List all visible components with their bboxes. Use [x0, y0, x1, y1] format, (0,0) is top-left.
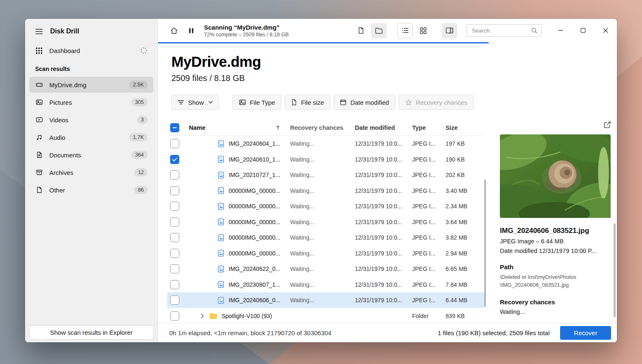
minimize-button[interactable]: [549, 22, 572, 39]
select-all-checkbox[interactable]: [170, 123, 179, 132]
sidebar-item-pictures[interactable]: Pictures 305: [29, 94, 153, 110]
row-checkbox[interactable]: [170, 155, 179, 164]
preview-recovery-value: Waiting...: [500, 308, 611, 315]
count-badge: 2.5K: [129, 81, 148, 89]
file-row[interactable]: Spotlight-V100 (93) Folder 839 KB: [167, 308, 485, 323]
row-checkbox[interactable]: [170, 296, 179, 305]
sort-up-icon: [276, 125, 280, 130]
search-input[interactable]: [471, 27, 531, 34]
preview-scrollbar[interactable]: [614, 223, 616, 317]
sidebar-item-dashboard[interactable]: Dashboard: [29, 43, 153, 58]
file-name: IMG_20240610_1...: [229, 156, 280, 163]
row-checkbox[interactable]: [170, 280, 179, 289]
row-checkbox[interactable]: [170, 202, 179, 211]
file-recovery-chances: Waiting...: [288, 156, 352, 163]
file-list-scrollbar[interactable]: [484, 179, 486, 307]
scan-title: Scanning “MyDrive.dmg”: [204, 24, 289, 31]
file-table-body: IMG_20240604_1... Waiting... 12/31/1979 …: [167, 136, 485, 323]
row-checkbox[interactable]: [170, 170, 179, 179]
file-row[interactable]: 00000IMG_00000... Waiting... 12/31/1979 …: [167, 183, 485, 199]
jpeg-file-icon: [217, 156, 224, 163]
jpeg-file-icon: [217, 234, 224, 241]
show-in-explorer-button[interactable]: Show scan results in Explorer: [29, 326, 153, 339]
column-header-type[interactable]: Type: [410, 124, 443, 131]
scan-subtitle: 72% complete – 2509 files / 8.18 GB: [204, 32, 289, 38]
file-date-modified: 12/31/1979 10:0...: [352, 203, 410, 210]
sidebar-item-archives[interactable]: Archives 12: [29, 164, 153, 180]
column-header-name[interactable]: Name: [184, 124, 288, 131]
file-row[interactable]: IMG_20240606_0... Waiting... 12/31/1979 …: [167, 292, 485, 308]
scan-status-text: 0h 1m elapsed, <1m remain, block 2179072…: [169, 329, 331, 336]
list-view-button[interactable]: [397, 23, 413, 38]
filter-date-modified-button[interactable]: Date modified: [334, 95, 395, 110]
sidebar-item-other[interactable]: Other 86: [29, 182, 153, 198]
file-size: 3.82 MB: [443, 234, 485, 241]
row-checkbox[interactable]: [170, 249, 179, 258]
recover-button[interactable]: Recover: [560, 326, 611, 340]
folder-icon: [209, 313, 217, 319]
file-table: Name Recovery chances Date modified Type…: [167, 120, 485, 323]
disk-drill-window: Disk Drill Dashboard Scan results MyDriv…: [25, 19, 617, 342]
row-checkbox[interactable]: [170, 217, 179, 227]
row-checkbox[interactable]: [170, 233, 179, 242]
row-checkbox[interactable]: [170, 139, 179, 148]
file-row[interactable]: IMG_20210727_1... Waiting... 12/31/1979 …: [167, 167, 485, 183]
file-type: JPEG I...: [410, 156, 443, 163]
row-checkbox[interactable]: [170, 264, 179, 273]
sidebar: Disk Drill Dashboard Scan results MyDriv…: [25, 19, 158, 342]
file-row[interactable]: IMG_20240604_1... Waiting... 12/31/1979 …: [167, 136, 485, 152]
other-icon: [35, 186, 43, 194]
file-row[interactable]: IMG_20240622_0... Waiting... 12/31/1979 …: [167, 261, 485, 277]
document-view-button[interactable]: [353, 23, 369, 38]
row-checkbox[interactable]: [170, 186, 179, 195]
maximize-button[interactable]: [572, 22, 594, 39]
jpeg-file-icon: [217, 218, 224, 225]
jpeg-file-icon: [217, 297, 224, 304]
preview-recovery-label: Recovery chances: [500, 298, 611, 306]
filter-file-size-button[interactable]: File size: [285, 95, 330, 110]
page-icon: [291, 99, 297, 106]
file-row[interactable]: 00000IMG_00000... Waiting... 12/31/1979 …: [167, 198, 485, 214]
file-type: JPEG I...: [410, 172, 443, 178]
file-size: 7.84 MB: [443, 281, 485, 288]
search-box[interactable]: [466, 24, 542, 37]
file-recovery-chances: Waiting...: [288, 172, 352, 178]
column-header-recovery[interactable]: Recovery chances: [288, 124, 352, 131]
file-date-modified: 12/31/1979 10:0...: [352, 172, 410, 178]
preview-panel-toggle-button[interactable]: [442, 23, 457, 38]
home-button[interactable]: [166, 23, 182, 38]
file-row[interactable]: 00000IMG_00000... Waiting... 12/31/1979 …: [167, 245, 485, 261]
sidebar-item-videos[interactable]: Videos 3: [29, 112, 153, 128]
file-row[interactable]: IMG_20240610_1... Waiting... 12/31/1979 …: [167, 152, 485, 167]
file-size: 3.64 MB: [443, 219, 485, 225]
column-header-size[interactable]: Size: [443, 124, 485, 131]
grid-view-button[interactable]: [415, 23, 431, 38]
file-row[interactable]: 00000IMG_00000... Waiting... 12/31/1979 …: [167, 230, 485, 245]
file-type: JPEG I...: [410, 281, 443, 288]
open-external-button[interactable]: [604, 121, 611, 130]
chevron-right-icon[interactable]: [201, 313, 204, 318]
filter-recovery-chances-button[interactable]: Recovery chances: [399, 95, 474, 110]
pause-scan-button[interactable]: [183, 23, 199, 38]
sidebar-item-audio[interactable]: Audio 1.7K: [29, 129, 153, 145]
page-title: MyDrive.dmg: [171, 53, 491, 70]
file-size: 6.44 MB: [443, 297, 485, 303]
file-type: JPEG I...: [410, 250, 443, 257]
jpeg-file-icon: [217, 250, 224, 257]
file-date-modified: 12/31/1979 10:0...: [352, 140, 410, 147]
close-button[interactable]: [594, 22, 617, 39]
sidebar-item-mydrive[interactable]: MyDrive.dmg 2.5K: [29, 77, 153, 93]
filter-file-type-button[interactable]: File Type: [232, 95, 282, 110]
hamburger-menu-icon[interactable]: [35, 28, 43, 35]
file-row[interactable]: 00000IMG_00000... Waiting... 12/31/1979 …: [167, 214, 485, 230]
file-size: 2.34 MB: [443, 203, 485, 210]
column-header-date[interactable]: Date modified: [352, 124, 410, 131]
sidebar-item-documents[interactable]: Documents 364: [29, 147, 153, 163]
desktop-background: Disk Drill Dashboard Scan results MyDriv…: [0, 0, 642, 364]
file-name: 00000IMG_00000...: [229, 234, 280, 241]
folder-view-button[interactable]: [371, 23, 387, 38]
row-checkbox[interactable]: [170, 311, 179, 321]
preview-panel: IMG_20240606_083521.jpg JPEG Image – 6.4…: [491, 43, 617, 323]
file-row[interactable]: IMG_20230807_1... Waiting... 12/31/1979 …: [167, 277, 485, 293]
filter-show-button[interactable]: Show: [171, 95, 219, 110]
